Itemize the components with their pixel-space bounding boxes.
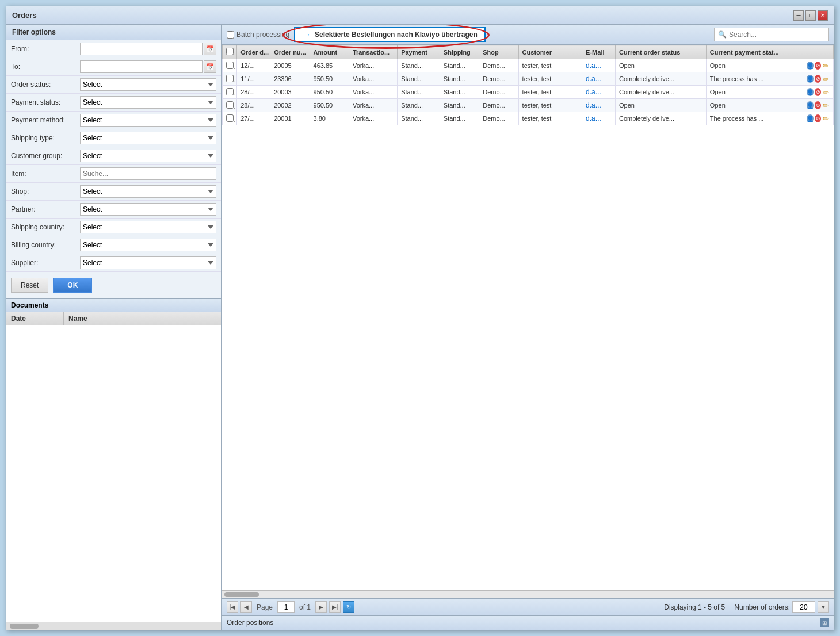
item-search-input[interactable] [80, 167, 216, 180]
from-date-input[interactable] [80, 43, 203, 55]
stop-icon[interactable]: ⊘ [815, 75, 821, 83]
row-checkbox[interactable] [226, 88, 234, 95]
row-email[interactable]: d.a... [582, 99, 616, 112]
batch-processing-label: Batch processing [236, 30, 289, 39]
order-positions-expand-icon[interactable]: ⊞ [820, 618, 829, 627]
row-order-status: Open [615, 99, 706, 112]
prev-page-button[interactable]: ◀ [240, 601, 252, 613]
to-date-input[interactable] [80, 60, 203, 73]
email-link[interactable]: d.a... [586, 88, 601, 96]
row-email[interactable]: d.a... [582, 59, 616, 72]
next-page-button[interactable]: ▶ [315, 601, 327, 613]
row-email[interactable]: d.a... [582, 112, 616, 125]
col-order-date[interactable]: Order d... [237, 45, 270, 59]
col-order-status[interactable]: Current order status [615, 45, 706, 59]
row-shipping: Stand... [440, 86, 479, 99]
partner-select[interactable]: Select [80, 203, 216, 216]
order-status-row: Order status: Select [6, 76, 221, 94]
col-transaction[interactable]: Transactio... [349, 45, 397, 59]
reset-button[interactable]: Reset [11, 278, 48, 293]
col-shipping[interactable]: Shipping [440, 45, 479, 59]
customer-group-label: Customer group: [11, 152, 80, 160]
stop-icon[interactable]: ⊘ [815, 88, 821, 96]
row-checkbox[interactable] [226, 101, 234, 109]
row-actions: 👤 ⊘ ✏ [803, 112, 834, 125]
shipping-country-select[interactable]: Select [80, 221, 216, 233]
customer-group-select[interactable]: Select [80, 150, 216, 162]
supplier-select[interactable]: Select [80, 256, 216, 269]
edit-icon[interactable]: ✏ [822, 101, 830, 110]
doc-horizontal-scrollbar[interactable] [6, 622, 221, 630]
scrollbar-thumb[interactable] [224, 592, 259, 597]
row-checkbox[interactable] [226, 114, 234, 122]
row-email[interactable]: d.a... [582, 72, 616, 86]
edit-icon[interactable]: ✏ [822, 61, 830, 70]
person-icon[interactable]: 👤 [807, 75, 814, 83]
minimize-button[interactable]: ─ [793, 10, 804, 21]
row-checkbox[interactable] [226, 75, 234, 82]
search-input[interactable] [729, 30, 825, 39]
table-row: 28/... 20002 950.50 Vorka... Stand... St… [223, 99, 834, 112]
from-date-wrap: 📅 [80, 43, 216, 55]
select-all-checkbox[interactable] [226, 48, 234, 55]
to-date-wrap: 📅 [80, 60, 216, 73]
email-link[interactable]: d.a... [586, 101, 601, 109]
row-checkbox[interactable] [226, 62, 234, 69]
col-amount[interactable]: Amount [310, 45, 349, 59]
row-shop: Demo... [479, 112, 518, 125]
last-page-button[interactable]: ▶| [329, 601, 341, 613]
person-icon[interactable]: 👤 [807, 62, 814, 70]
edit-icon[interactable]: ✏ [822, 114, 830, 123]
payment-method-select[interactable]: Select [80, 114, 216, 127]
page-number-input[interactable] [277, 601, 295, 613]
row-payment: Stand... [398, 99, 440, 112]
col-customer[interactable]: Customer [518, 45, 582, 59]
ok-button[interactable]: OK [53, 278, 92, 293]
email-link[interactable]: d.a... [586, 114, 601, 122]
partner-row: Partner: Select [6, 201, 221, 219]
col-payment[interactable]: Payment [398, 45, 440, 59]
shop-select[interactable]: Select [80, 185, 216, 198]
refresh-button[interactable]: ↻ [343, 601, 354, 613]
stop-icon[interactable]: ⊘ [815, 62, 821, 70]
batch-processing-checkbox[interactable] [227, 31, 234, 39]
toolbar: Batch processing → Selektierte Bestellun… [222, 25, 834, 45]
doc-body [6, 325, 221, 394]
row-actions: 👤 ⊘ ✏ [803, 72, 834, 86]
to-calendar-button[interactable]: 📅 [204, 60, 216, 73]
person-icon[interactable]: 👤 [807, 88, 814, 96]
col-shop[interactable]: Shop [479, 45, 518, 59]
row-shipping: Stand... [440, 59, 479, 72]
stop-icon[interactable]: ⊘ [815, 101, 821, 109]
col-payment-status[interactable]: Current payment stat... [706, 45, 803, 59]
col-actions [803, 45, 834, 59]
row-actions: 👤 ⊘ ✏ [803, 86, 834, 99]
from-calendar-button[interactable]: 📅 [204, 43, 216, 55]
billing-country-label: Billing country: [11, 241, 80, 249]
payment-status-select[interactable]: Select [80, 96, 216, 109]
edit-icon[interactable]: ✏ [822, 87, 830, 97]
billing-country-row: Billing country: Select [6, 236, 221, 254]
col-email[interactable]: E-Mail [582, 45, 616, 59]
table-horizontal-scrollbar[interactable] [222, 590, 834, 598]
order-status-select[interactable]: Select [80, 78, 216, 91]
col-order-num[interactable]: Order nu... [270, 45, 310, 59]
edit-icon[interactable]: ✏ [822, 74, 830, 83]
of-label: of 1 [299, 603, 311, 611]
shipping-type-select[interactable]: Select [80, 132, 216, 144]
billing-country-select[interactable]: Select [80, 239, 216, 251]
stop-icon[interactable]: ⊘ [815, 114, 821, 122]
first-page-button[interactable]: |◀ [227, 601, 238, 613]
orders-table-area[interactable]: Order d... Order nu... Amount Transactio… [222, 45, 834, 590]
email-link[interactable]: d.a... [586, 62, 601, 70]
person-icon[interactable]: 👤 [807, 101, 814, 109]
close-button[interactable]: ✕ [818, 10, 828, 21]
per-page-input[interactable] [792, 601, 815, 613]
klaviyo-button[interactable]: → Selektierte Bestellungen nach Klaviyo … [294, 27, 486, 42]
email-link[interactable]: d.a... [586, 75, 601, 83]
row-order-date: 28/... [237, 99, 270, 112]
person-icon[interactable]: 👤 [807, 114, 814, 122]
row-email[interactable]: d.a... [582, 86, 616, 99]
maximize-button[interactable]: □ [805, 10, 816, 21]
per-page-dropdown[interactable]: ▼ [818, 601, 829, 613]
